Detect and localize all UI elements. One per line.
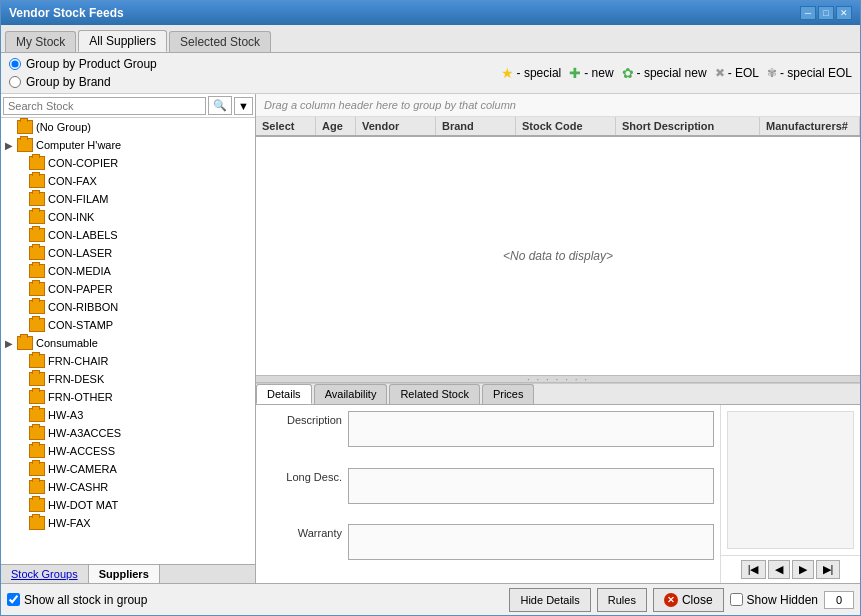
- tree-item[interactable]: HW-CAMERA: [1, 460, 255, 478]
- close-button-footer[interactable]: ✕ Close: [653, 588, 724, 612]
- folder-icon: [29, 444, 45, 458]
- tree-item-label: FRN-DESK: [48, 373, 104, 385]
- long-desc-input[interactable]: [348, 468, 714, 504]
- col-shortdesc[interactable]: Short Description: [616, 117, 760, 135]
- tree-item[interactable]: CON-FAX: [1, 172, 255, 190]
- tree-item-label: CON-INK: [48, 211, 94, 223]
- window-controls: ─ □ ✕: [800, 6, 852, 20]
- col-mfr[interactable]: Manufacturers#: [760, 117, 860, 135]
- tree-item[interactable]: CON-FILAM: [1, 190, 255, 208]
- tree-item[interactable]: HW-CASHR: [1, 478, 255, 496]
- folder-icon: [17, 138, 33, 152]
- tree-item[interactable]: HW-A3: [1, 406, 255, 424]
- col-vendor[interactable]: Vendor: [356, 117, 436, 135]
- tab-details[interactable]: Details: [256, 384, 312, 404]
- radio-brand-input[interactable]: [9, 76, 21, 88]
- search-dropdown-button[interactable]: ▼: [234, 97, 253, 115]
- warranty-input[interactable]: [348, 524, 714, 560]
- tree-item[interactable]: HW-DOT MAT: [1, 496, 255, 514]
- legend-special-eol: ✾ - special EOL: [767, 66, 852, 80]
- close-icon: ✕: [664, 593, 678, 607]
- tab-all-suppliers[interactable]: All Suppliers: [78, 30, 167, 52]
- tree-item[interactable]: CON-RIBBON: [1, 298, 255, 316]
- details-nav: |◀ ◀ ▶ ▶|: [721, 555, 860, 583]
- tree-item-label: CON-MEDIA: [48, 265, 111, 277]
- nav-last-button[interactable]: ▶|: [816, 560, 841, 579]
- folder-icon: [29, 210, 45, 224]
- tree-item[interactable]: CON-COPIER: [1, 154, 255, 172]
- folder-icon: [29, 192, 45, 206]
- special-new-icon: ✿: [622, 65, 634, 81]
- nav-first-button[interactable]: |◀: [741, 560, 766, 579]
- folder-icon: [29, 282, 45, 296]
- tree-item[interactable]: HW-FAX: [1, 514, 255, 532]
- search-button[interactable]: 🔍: [208, 96, 232, 115]
- tree-item[interactable]: (No Group): [1, 118, 255, 136]
- description-input[interactable]: [348, 411, 714, 447]
- drag-hint: Drag a column header here to group by th…: [256, 94, 860, 117]
- tree-item[interactable]: CON-STAMP: [1, 316, 255, 334]
- show-all-checkbox[interactable]: [7, 593, 20, 606]
- minimize-button[interactable]: ─: [800, 6, 816, 20]
- col-stockcode[interactable]: Stock Code: [516, 117, 616, 135]
- show-hidden-checkbox-label[interactable]: Show Hidden: [730, 593, 818, 607]
- tree-item[interactable]: ▶Consumable: [1, 334, 255, 352]
- tree-item[interactable]: ▶Computer H'ware: [1, 136, 255, 154]
- nav-next-button[interactable]: ▶: [792, 560, 814, 579]
- details-tabs: Details Availability Related Stock Price…: [256, 384, 860, 405]
- maximize-button[interactable]: □: [818, 6, 834, 20]
- tree-item-label: CON-RIBBON: [48, 301, 118, 313]
- tree-item[interactable]: HW-ACCESS: [1, 442, 255, 460]
- tree-item-label: FRN-OTHER: [48, 391, 113, 403]
- search-input[interactable]: [3, 97, 206, 115]
- hide-details-button[interactable]: Hide Details: [509, 588, 590, 612]
- tree-item[interactable]: FRN-DESK: [1, 370, 255, 388]
- toolbar: Group by Product Group Group by Brand ★ …: [1, 53, 860, 94]
- grid-header: Select Age Vendor Brand Stock Code Short…: [256, 117, 860, 137]
- radio-group-by-brand[interactable]: Group by Brand: [9, 75, 157, 89]
- tab-related-stock[interactable]: Related Stock: [389, 384, 479, 404]
- tree-item-label: HW-A3ACCES: [48, 427, 121, 439]
- rules-button[interactable]: Rules: [597, 588, 647, 612]
- tab-stock-groups[interactable]: Stock Groups: [1, 565, 89, 583]
- show-all-checkbox-label[interactable]: Show all stock in group: [7, 593, 147, 607]
- vendor-stock-feeds-window: Vendor Stock Feeds ─ □ ✕ My Stock All Su…: [0, 0, 861, 616]
- warranty-label: Warranty: [262, 524, 342, 539]
- tree-item[interactable]: FRN-CHAIR: [1, 352, 255, 370]
- col-select[interactable]: Select: [256, 117, 316, 135]
- tab-prices[interactable]: Prices: [482, 384, 535, 404]
- special-icon: ★: [501, 65, 514, 81]
- tree-item[interactable]: CON-MEDIA: [1, 262, 255, 280]
- body-area: 🔍 ▼ (No Group)▶Computer H'wareCON-COPIER…: [1, 94, 860, 583]
- close-button[interactable]: ✕: [836, 6, 852, 20]
- resize-handle[interactable]: · · · · · · ·: [256, 375, 860, 383]
- col-age[interactable]: Age: [316, 117, 356, 135]
- tree-item[interactable]: CON-INK: [1, 208, 255, 226]
- tree-arrow-icon: ▶: [5, 338, 17, 349]
- eol-icon: ✖: [715, 66, 725, 80]
- tree-item[interactable]: HW-A3ACCES: [1, 424, 255, 442]
- tree-item[interactable]: CON-LASER: [1, 244, 255, 262]
- radio-group-by-product[interactable]: Group by Product Group: [9, 57, 157, 71]
- nav-prev-button[interactable]: ◀: [768, 560, 790, 579]
- tab-suppliers[interactable]: Suppliers: [89, 565, 160, 583]
- legend-area: ★ - special ✚ - new ✿ - special new ✖ - …: [501, 65, 852, 81]
- special-eol-icon: ✾: [767, 66, 777, 80]
- details-image-box: [727, 411, 854, 549]
- tree-item[interactable]: CON-LABELS: [1, 226, 255, 244]
- folder-icon: [29, 300, 45, 314]
- tab-selected-stock[interactable]: Selected Stock: [169, 31, 271, 52]
- tab-my-stock[interactable]: My Stock: [5, 31, 76, 52]
- folder-icon: [29, 408, 45, 422]
- show-hidden-checkbox[interactable]: [730, 593, 743, 606]
- radio-product-input[interactable]: [9, 58, 21, 70]
- tree-item[interactable]: CON-PAPER: [1, 280, 255, 298]
- details-right-panel: |◀ ◀ ▶ ▶|: [720, 405, 860, 583]
- details-area: Details Availability Related Stock Price…: [256, 383, 860, 583]
- tree-item-label: HW-ACCESS: [48, 445, 115, 457]
- col-brand[interactable]: Brand: [436, 117, 516, 135]
- tab-availability[interactable]: Availability: [314, 384, 388, 404]
- tree-item[interactable]: FRN-OTHER: [1, 388, 255, 406]
- tree-arrow-icon: ▶: [5, 140, 17, 151]
- count-display: 0: [824, 591, 854, 609]
